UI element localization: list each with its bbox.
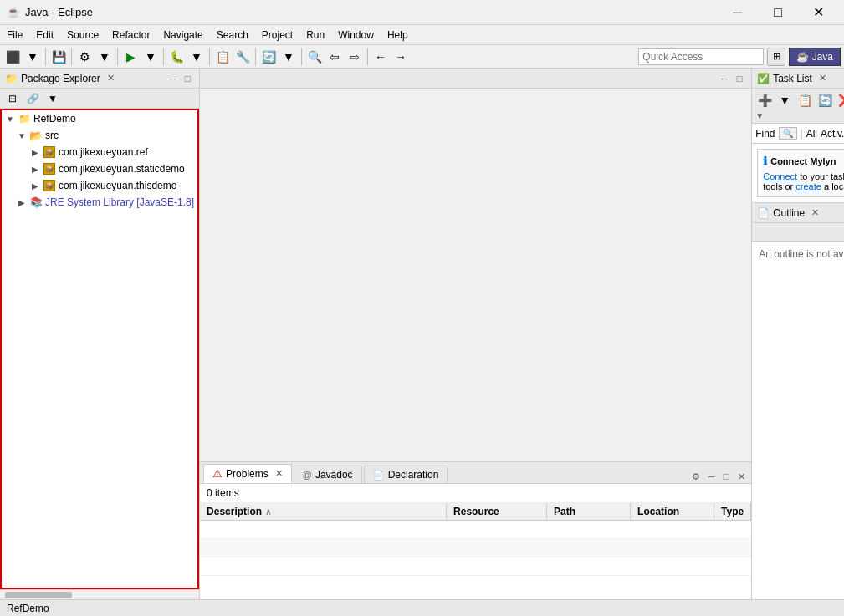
pkg-box-thisdemo: 📦	[43, 180, 55, 191]
tb-btn-13[interactable]: ⇨	[345, 48, 364, 66]
new-button[interactable]: ⬛	[3, 48, 22, 66]
th-path: Path	[547, 503, 631, 520]
connect-mylyn: ℹ Connect Mylyn ✕ Connect to your task a…	[757, 149, 844, 197]
tree-item-src[interactable]: ▼ 📂 src	[2, 127, 197, 144]
chevron-down-icon: ▼	[755, 111, 764, 120]
debug-button[interactable]: 🐛	[167, 48, 186, 66]
link-with-editor-btn[interactable]: 🔗	[23, 89, 42, 108]
pe-minimize-btn[interactable]: ─	[166, 72, 179, 85]
tasklist-btn-4[interactable]: 🔄	[816, 91, 834, 109]
tb-btn-15[interactable]: →	[391, 48, 410, 66]
bottom-settings-btn[interactable]: ⚙	[689, 470, 703, 483]
src-icon: 📂	[29, 129, 43, 142]
tb-btn-7[interactable]: 📋	[213, 48, 232, 66]
perspective-btn-1[interactable]: ⊞	[767, 48, 785, 66]
menu-item-refactor[interactable]: Refactor	[105, 25, 156, 45]
new-task-btn[interactable]: ➕	[755, 91, 774, 109]
pe-scroll-thumb[interactable]	[5, 592, 72, 598]
find-separator: |	[801, 128, 803, 140]
center-minimize-btn[interactable]: ─	[718, 72, 731, 85]
tb-btn-3[interactable]: ⚙	[75, 48, 94, 66]
bottom-minimize-btn[interactable]: ─	[704, 470, 718, 483]
outline-empty-text: An outline is not available.	[759, 248, 844, 260]
pe-scrollbar[interactable]	[0, 589, 199, 599]
collapse-all-btn[interactable]: ⊟	[3, 89, 22, 108]
menu-item-search[interactable]: Search	[210, 25, 255, 45]
menu-item-file[interactable]: File	[0, 25, 29, 45]
pkg-thisdemo-label: com.jikexueyuan.thisdemo	[59, 180, 176, 191]
maximize-button[interactable]: □	[759, 0, 797, 25]
tasklist-find-row: Find 🔍 | All Activ...	[752, 124, 844, 144]
connect-mylyn-title-row: ℹ Connect Mylyn	[763, 155, 836, 168]
create-link[interactable]: create	[795, 181, 821, 191]
tab-javadoc[interactable]: @ Javadoc	[294, 466, 362, 483]
table-row	[200, 521, 751, 539]
find-search-btn[interactable]: 🔍	[779, 127, 797, 140]
minimize-button[interactable]: ─	[719, 0, 757, 25]
save-button[interactable]: 💾	[49, 48, 68, 66]
tb-btn-2[interactable]: ▼	[23, 48, 42, 66]
pe-maximize-btn[interactable]: □	[181, 72, 194, 85]
pe-close-btn[interactable]: ✕	[107, 73, 115, 84]
run-button[interactable]: ▶	[121, 48, 140, 66]
outline-close-btn[interactable]: ✕	[811, 207, 819, 218]
arrow-thisdemo: ▶	[30, 181, 40, 191]
tb-btn-6[interactable]: ▼	[187, 48, 206, 66]
tasklist-close-btn[interactable]: ✕	[819, 73, 826, 84]
menu-item-source[interactable]: Source	[60, 25, 105, 45]
tb-btn-9[interactable]: 🔄	[259, 48, 278, 66]
statusbar-text: RefDemo	[7, 603, 49, 614]
resource-col-label: Resource	[453, 506, 499, 517]
tasklist-header: ✅ Task List ✕ ─ □	[752, 69, 844, 89]
problems-icon: ⚠	[212, 467, 223, 480]
outline-body: An outline is not available.	[752, 242, 844, 599]
table-row	[200, 557, 751, 576]
tree-item-refdemo[interactable]: ▼ 📁 RefDemo	[2, 110, 197, 127]
tb-btn-4[interactable]: ▼	[95, 48, 114, 66]
tb-btn-12[interactable]: ⇦	[325, 48, 344, 66]
tb-btn-10[interactable]: ▼	[279, 48, 298, 66]
close-button[interactable]: ✕	[799, 0, 837, 25]
tree-item-staticdemo[interactable]: ▶ 📦 com.jikexueyuan.staticdemo	[2, 160, 197, 177]
bottom-content: 0 items Description ∧ Resource Path Loca…	[200, 484, 751, 599]
center-maximize-btn[interactable]: □	[733, 72, 746, 85]
menu-item-navigate[interactable]: Navigate	[156, 25, 209, 45]
tasklist-icon: ✅	[757, 73, 770, 84]
bottom-maximize-btn[interactable]: □	[719, 470, 733, 483]
menu-item-help[interactable]: Help	[381, 25, 415, 45]
project-icon: 📁	[18, 112, 31, 125]
declaration-icon: 📄	[373, 470, 385, 481]
pe-icon: 📁	[5, 73, 18, 84]
quick-access-input[interactable]	[638, 48, 764, 65]
type-col-label: Type	[721, 506, 744, 517]
tb-btn-t2[interactable]: ▼	[775, 91, 794, 109]
tb-btn-5[interactable]: ▼	[141, 48, 160, 66]
tab-problems[interactable]: ⚠ Problems ✕	[203, 464, 292, 483]
th-description: Description ∧	[200, 503, 447, 520]
tab-declaration[interactable]: 📄 Declaration	[364, 466, 448, 483]
pkg-icon-thisdemo: 📦	[43, 179, 56, 192]
tasklist-btn-3[interactable]: 📋	[795, 91, 814, 109]
connect-link[interactable]: Connect	[763, 171, 797, 181]
tb-btn-11[interactable]: 🔍	[305, 48, 324, 66]
problems-close-btn[interactable]: ✕	[275, 468, 283, 479]
tasklist-toolbar-row2: ▼	[755, 111, 844, 120]
menu-item-run[interactable]: Run	[299, 25, 331, 45]
titlebar-controls: ─ □ ✕	[719, 0, 837, 25]
tree-item-thisdemo[interactable]: ▶ 📦 com.jikexueyuan.thisdemo	[2, 177, 197, 194]
tree-item-ref[interactable]: ▶ 📦 com.jikexueyuan.ref	[2, 144, 197, 160]
bottom-toolbar: ⚙ ─ □ ✕	[689, 470, 751, 483]
menu-item-project[interactable]: Project	[255, 25, 299, 45]
tasklist-btn-5[interactable]: ❌	[836, 91, 844, 109]
menu-item-edit[interactable]: Edit	[29, 25, 60, 45]
tb-btn-8[interactable]: 🔧	[233, 48, 252, 66]
pe-view-menu-btn[interactable]: ▼	[43, 89, 62, 108]
menu-item-window[interactable]: Window	[331, 25, 381, 45]
tb-btn-14[interactable]: ←	[371, 48, 390, 66]
tree-item-jre[interactable]: ▶ 📚 JRE System Library [JavaSE-1.8]	[2, 194, 197, 211]
tb-sep-4	[163, 48, 164, 65]
java-perspective-button[interactable]: ☕ Java	[789, 48, 841, 66]
arrow-staticdemo: ▶	[30, 165, 40, 174]
active-label: Activ...	[821, 128, 844, 140]
bottom-close-btn[interactable]: ✕	[734, 470, 748, 483]
